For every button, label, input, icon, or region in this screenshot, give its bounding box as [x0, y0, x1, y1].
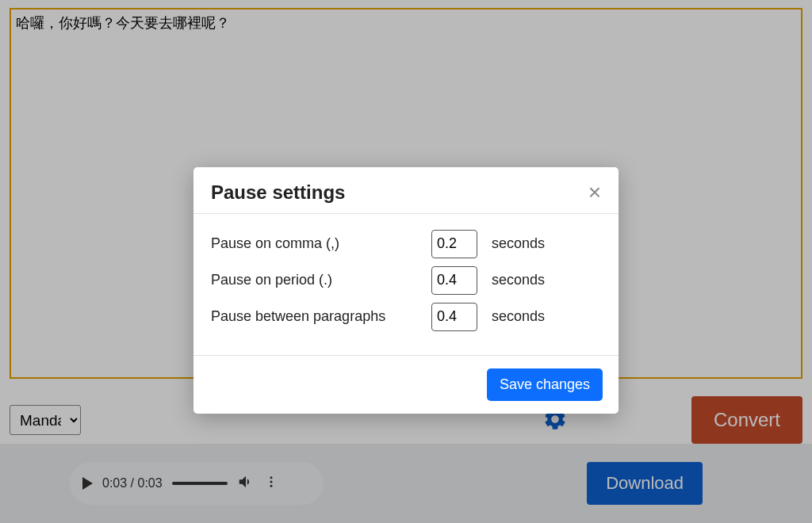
modal-overlay[interactable]: Pause settings × Pause on comma (,) seco…: [0, 0, 812, 523]
modal-footer: Save changes: [193, 355, 619, 414]
close-button[interactable]: ×: [588, 181, 601, 204]
pause-row-paragraph: Pause between paragraphs seconds: [211, 303, 601, 331]
save-button[interactable]: Save changes: [487, 368, 603, 401]
pause-settings-modal: Pause settings × Pause on comma (,) seco…: [193, 167, 619, 414]
pause-label: Pause between paragraphs: [211, 308, 431, 325]
pause-unit: seconds: [492, 308, 545, 325]
close-icon: ×: [588, 180, 601, 204]
pause-row-period: Pause on period (.) seconds: [211, 266, 601, 295]
pause-paragraph-input[interactable]: [431, 303, 477, 331]
pause-unit: seconds: [492, 235, 545, 252]
pause-period-input[interactable]: [431, 266, 477, 295]
modal-body: Pause on comma (,) seconds Pause on peri…: [193, 214, 619, 355]
pause-comma-input[interactable]: [431, 230, 477, 258]
pause-row-comma: Pause on comma (,) seconds: [211, 230, 601, 258]
pause-label: Pause on comma (,): [211, 235, 431, 252]
modal-title: Pause settings: [211, 181, 345, 204]
pause-unit: seconds: [492, 272, 545, 288]
modal-header: Pause settings ×: [193, 167, 619, 214]
pause-label: Pause on period (.): [211, 272, 431, 288]
